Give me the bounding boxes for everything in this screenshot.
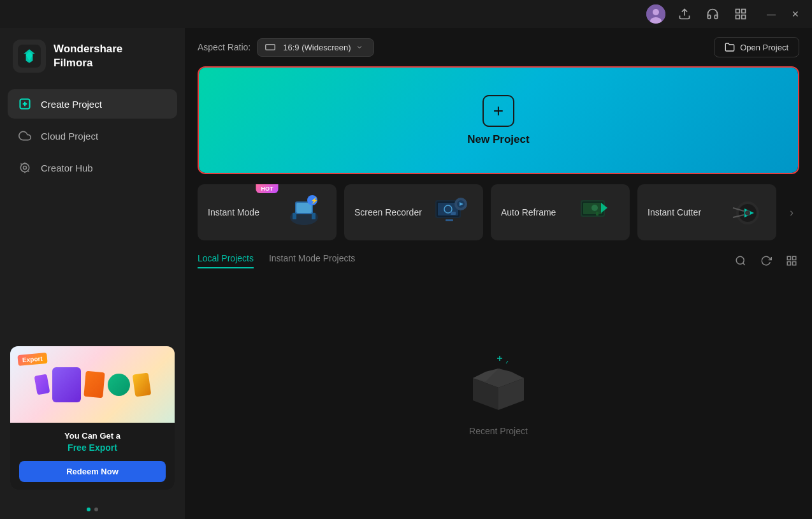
- export-badge: Export: [17, 353, 47, 366]
- feature-card-auto-reframe[interactable]: Auto Reframe: [491, 184, 630, 240]
- svg-rect-4: [736, 10, 740, 13]
- redeem-button[interactable]: Redeem Now: [19, 461, 166, 482]
- svg-rect-24: [293, 213, 296, 219]
- ad-title: You Can Get a Free Export: [19, 430, 166, 455]
- svg-rect-18: [266, 45, 275, 50]
- ad-card: Export You Can Get a Free Export Redeem …: [10, 346, 175, 490]
- svg-rect-31: [446, 219, 453, 221]
- empty-label: Recent Project: [469, 426, 528, 436]
- aspect-ratio-value: 16:9 (Widescreen): [283, 43, 351, 52]
- ad-decorations: [36, 367, 150, 402]
- main-layout: Wondershare Filmora Create Project: [0, 28, 812, 519]
- logo-area: Wondershare Filmora: [0, 28, 185, 84]
- instant-cutter-icon: [721, 193, 766, 231]
- ad-content: You Can Get a Free Export Redeem Now: [10, 423, 175, 490]
- svg-rect-6: [736, 15, 740, 19]
- content-topbar: Aspect Ratio: 16:9 (Widescreen) Open Pro…: [198, 28, 799, 66]
- dot-2[interactable]: [94, 508, 98, 511]
- sidebar-nav: Create Project Cloud Project: [0, 84, 185, 187]
- refresh-button[interactable]: [758, 253, 774, 268]
- hot-badge: HOT: [256, 184, 279, 193]
- svg-point-12: [20, 163, 29, 172]
- svg-rect-5: [742, 10, 746, 13]
- sidebar-item-cloud-project[interactable]: Cloud Project: [8, 121, 177, 150]
- svg-point-47: [736, 256, 744, 264]
- auto-reframe-label: Auto Reframe: [501, 207, 556, 217]
- tab-local-projects[interactable]: Local Projects: [198, 253, 254, 268]
- svg-point-13: [24, 166, 27, 170]
- empty-box-icon: [460, 349, 537, 416]
- svg-line-16: [21, 164, 22, 164]
- svg-point-1: [653, 9, 659, 15]
- plus-square-icon: [18, 97, 32, 111]
- svg-rect-30: [451, 212, 456, 215]
- new-project-label: New Project: [467, 133, 529, 146]
- svg-point-44: [745, 210, 750, 216]
- feature-card-instant-cutter[interactable]: Instant Cutter: [637, 184, 776, 240]
- minimize-button[interactable]: —: [765, 8, 778, 20]
- instant-cutter-label: Instant Cutter: [648, 207, 701, 217]
- sidebar-item-label: Cloud Project: [41, 131, 98, 142]
- svg-rect-7: [742, 15, 746, 19]
- window-controls: — ✕: [765, 8, 802, 20]
- instant-mode-label: Instant Mode: [208, 207, 259, 217]
- title-bar: — ✕: [0, 0, 812, 28]
- svg-text:⚡: ⚡: [310, 196, 319, 205]
- open-project-label: Open Project: [740, 43, 788, 52]
- svg-line-17: [28, 171, 29, 172]
- svg-line-48: [743, 263, 744, 265]
- open-project-button[interactable]: Open Project: [714, 37, 799, 57]
- svg-rect-49: [787, 256, 790, 260]
- grid-icon[interactable]: [732, 5, 750, 23]
- svg-rect-50: [793, 256, 796, 260]
- search-button[interactable]: [733, 253, 748, 268]
- svg-point-38: [591, 205, 598, 211]
- aspect-ratio-dropdown[interactable]: 16:9 (Widescreen): [257, 38, 374, 57]
- carousel-dots: [0, 502, 185, 519]
- new-project-inner: + New Project: [199, 68, 798, 173]
- sidebar-item-label: Create Project: [41, 99, 102, 110]
- logo-icon: [13, 40, 46, 73]
- projects-section: Local Projects Instant Mode Projects: [198, 253, 799, 506]
- svg-rect-39: [596, 212, 598, 216]
- sidebar-item-create-project[interactable]: Create Project: [8, 89, 177, 119]
- tab-instant-mode-projects[interactable]: Instant Mode Projects: [269, 253, 355, 268]
- upload-icon[interactable]: [676, 5, 693, 23]
- aspect-ratio-selector: Aspect Ratio: 16:9 (Widescreen): [198, 38, 374, 57]
- screen-recorder-icon: [428, 193, 473, 231]
- auto-reframe-icon: [575, 193, 620, 231]
- feature-cards-next-button[interactable]: ›: [784, 184, 799, 240]
- feature-cards: HOT Instant Mode ⚡ Screen Record: [198, 184, 799, 240]
- ad-subtitle: Free Export: [68, 442, 117, 453]
- lightbulb-icon: [18, 161, 32, 175]
- grid-view-button[interactable]: [784, 253, 799, 268]
- instant-mode-icon: ⚡: [282, 193, 326, 231]
- aspect-ratio-label: Aspect Ratio:: [198, 42, 250, 52]
- sidebar-item-label: Creator Hub: [41, 163, 93, 173]
- svg-rect-51: [787, 262, 790, 265]
- avatar-icon[interactable]: [646, 4, 665, 24]
- sidebar: Wondershare Filmora Create Project: [0, 28, 185, 519]
- new-project-banner[interactable]: + New Project: [198, 66, 799, 174]
- app-name: Wondershare Filmora: [54, 42, 122, 70]
- empty-state: Recent Project: [198, 279, 799, 506]
- projects-tabs: Local Projects Instant Mode Projects: [198, 253, 799, 268]
- content-area: Aspect Ratio: 16:9 (Widescreen) Open Pro…: [185, 28, 812, 519]
- close-button[interactable]: ✕: [789, 8, 802, 20]
- feature-card-instant-mode[interactable]: HOT Instant Mode ⚡: [198, 184, 337, 240]
- title-bar-icons: — ✕: [646, 4, 802, 24]
- tabs-right: [733, 253, 799, 268]
- dot-1[interactable]: [87, 508, 91, 511]
- cloud-icon: [18, 129, 32, 143]
- headphones-icon[interactable]: [704, 5, 721, 23]
- tabs-left: Local Projects Instant Mode Projects: [198, 253, 355, 268]
- sidebar-item-creator-hub[interactable]: Creator Hub: [8, 153, 177, 182]
- svg-rect-25: [312, 213, 315, 219]
- feature-card-screen-recorder[interactable]: Screen Recorder: [344, 184, 483, 240]
- svg-line-60: [506, 361, 508, 363]
- screen-recorder-label: Screen Recorder: [354, 207, 422, 217]
- ad-image: Export: [10, 346, 175, 423]
- new-project-plus-icon: +: [482, 95, 514, 127]
- svg-rect-52: [793, 262, 796, 265]
